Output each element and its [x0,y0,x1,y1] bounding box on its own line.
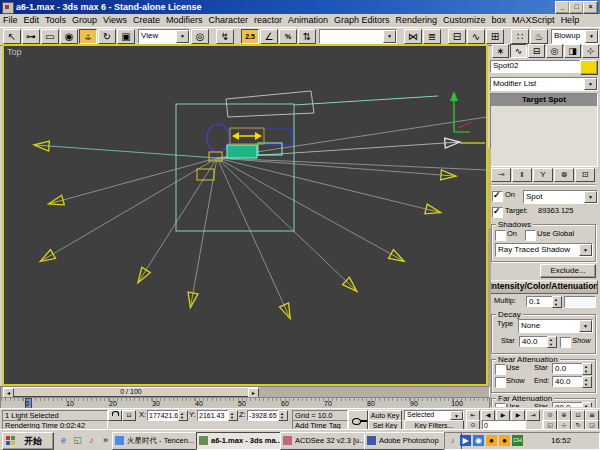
angle-snap-icon[interactable]: ∠ [260,29,278,44]
chevron-down-icon[interactable]: ▼ [584,191,597,203]
menu-item-maxscript[interactable]: MAXScript [509,14,558,27]
menu-item-file[interactable]: File [0,14,21,27]
tab-create[interactable]: ∗ [492,44,509,58]
x-spinner[interactable] [178,410,188,421]
y-spinner[interactable] [228,410,238,421]
light-on-checkbox[interactable] [492,191,503,202]
snap-toggle-icon[interactable]: 2.5 [241,29,259,44]
x-coordinate-field[interactable]: 177421.6 [147,410,180,421]
reference-coordinate-dropdown[interactable]: View▼ [138,29,190,44]
select-object-icon[interactable]: ↖ [3,29,21,44]
close-button[interactable]: × [583,1,598,14]
multiplier-spinner[interactable] [552,296,562,308]
decay-show-checkbox[interactable] [560,337,571,348]
use-pivot-center-icon[interactable]: ◎ [191,29,209,44]
intensity-rollout-header[interactable]: Intensity/Color/Attenuation [490,280,598,294]
menu-item-animation[interactable]: Animation [285,14,331,27]
near-use-checkbox[interactable] [495,364,506,375]
near-end-field[interactable]: 40.0 [552,376,584,387]
object-name-field[interactable]: Spot02 [490,60,580,73]
light-color-swatch[interactable] [564,296,596,308]
multiplier-field[interactable]: 0.1 [526,296,554,307]
material-editor-icon[interactable]: ∷ [511,29,529,44]
pin-stack-icon[interactable]: ⊸ [491,168,511,182]
viewport-top[interactable]: Top [2,44,488,386]
menu-item-box[interactable]: box [489,14,510,27]
configure-modifier-sets-icon[interactable]: ⊡ [575,168,595,182]
set-key-mode-button[interactable] [348,410,368,431]
viewport-label[interactable]: Top [7,47,22,57]
select-and-scale-icon[interactable]: ▣ [117,29,135,44]
tab-display[interactable]: ◨ [564,44,581,58]
mirror-icon[interactable]: ⋈ [404,29,422,44]
tab-modify[interactable]: ∿ [510,44,527,58]
z-coordinate-field[interactable]: -3928.65 [247,410,280,421]
tab-hierarchy[interactable]: ⊟ [528,44,545,58]
tab-motion[interactable]: ◎ [546,44,563,58]
decay-type-dropdown[interactable]: None▼ [518,319,593,333]
chevron-down-icon[interactable]: ▼ [450,411,463,420]
chevron-down-icon[interactable]: ▼ [584,78,597,90]
minimize-button[interactable]: _ [555,1,570,14]
modifier-stack-list[interactable]: Target Spot [490,93,598,167]
select-and-manipulate-icon[interactable]: ↯ [216,29,234,44]
shadows-on-checkbox[interactable] [495,230,506,241]
restore-button[interactable]: □ [569,1,584,14]
time-slider-thumb[interactable]: ◄ 0 / 100 ► [3,387,259,397]
player-tray-icon[interactable]: ▶ [460,435,471,446]
select-and-rotate-icon[interactable]: ↻ [98,29,116,44]
make-unique-icon[interactable]: Y [533,168,553,182]
selection-filter-icon[interactable]: ◉ [60,29,78,44]
modifier-list-dropdown[interactable]: Modifier List▼ [490,77,598,91]
near-show-checkbox[interactable] [495,377,506,388]
tab-utilities[interactable]: ⊹ [582,44,599,58]
near-end-spinner[interactable] [582,376,592,388]
menu-item-modifiers[interactable]: Modifiers [163,14,206,27]
far-use-checkbox[interactable] [495,403,506,407]
move-gizmo-arrow-right[interactable] [255,132,262,140]
render-scene-icon[interactable]: ♨ [530,29,548,44]
absolute-offset-toggle[interactable]: ⊡ [122,410,136,421]
volume-tray-icon[interactable]: ♪ [447,435,458,446]
targeted-checkbox[interactable] [492,207,503,218]
decay-start-spinner[interactable] [547,336,557,348]
menu-item-group[interactable]: Group [69,14,100,27]
render-type-dropdown[interactable]: Blowup▼ [551,29,599,44]
curve-editor-icon[interactable]: ∿ [467,29,485,44]
far-start-field[interactable]: 80.0 [552,402,584,407]
scene-canvas[interactable] [4,46,486,384]
remove-modifier-icon[interactable]: ⊗ [554,168,574,182]
chevron-down-icon[interactable]: ▼ [579,320,592,332]
menu-item-help[interactable]: Help [558,14,583,27]
menu-item-graph-editors[interactable]: Graph Editors [331,14,393,27]
percent-snap-icon[interactable]: % [279,29,297,44]
menu-item-create[interactable]: Create [130,14,163,27]
selection-lock-button[interactable] [108,410,122,421]
chevron-down-icon[interactable]: ▼ [383,30,396,43]
z-spinner[interactable] [278,410,288,421]
show-end-result-icon[interactable]: ‖ [512,168,532,182]
use-global-checkbox[interactable] [525,230,536,241]
schematic-view-icon[interactable]: ⊞ [486,29,504,44]
menu-item-tools[interactable]: Tools [42,14,69,27]
spinner-snap-icon[interactable]: ⇅ [298,29,316,44]
menu-item-rendering[interactable]: Rendering [393,14,441,27]
align-icon[interactable]: ≣ [423,29,441,44]
move-gizmo-arrow-left[interactable] [232,132,239,140]
shadow-generator-dropdown[interactable]: Ray Traced Shadow▼ [495,243,593,257]
light-target-arrow[interactable] [279,303,290,319]
menu-item-character[interactable]: Character [205,14,251,27]
menu-item-edit[interactable]: Edit [21,14,43,27]
near-start-spinner[interactable] [582,363,592,375]
object-color-swatch[interactable] [580,60,598,75]
menu-item-customize[interactable]: Customize [440,14,489,27]
qq2-tray-icon[interactable]: ● [499,435,510,446]
select-and-move-icon[interactable]: ↔ [79,29,97,44]
selection-region-icon[interactable]: ▭ [41,29,59,44]
chevron-down-icon[interactable]: ▼ [176,30,189,43]
panel-scrollbar[interactable] [488,148,491,407]
menu-item-reactor[interactable]: reactor [251,14,285,27]
near-start-field[interactable]: 0.0 [552,363,584,374]
qq-tray-icon[interactable]: ● [486,435,497,446]
select-and-link-icon[interactable]: ⊶ [22,29,40,44]
